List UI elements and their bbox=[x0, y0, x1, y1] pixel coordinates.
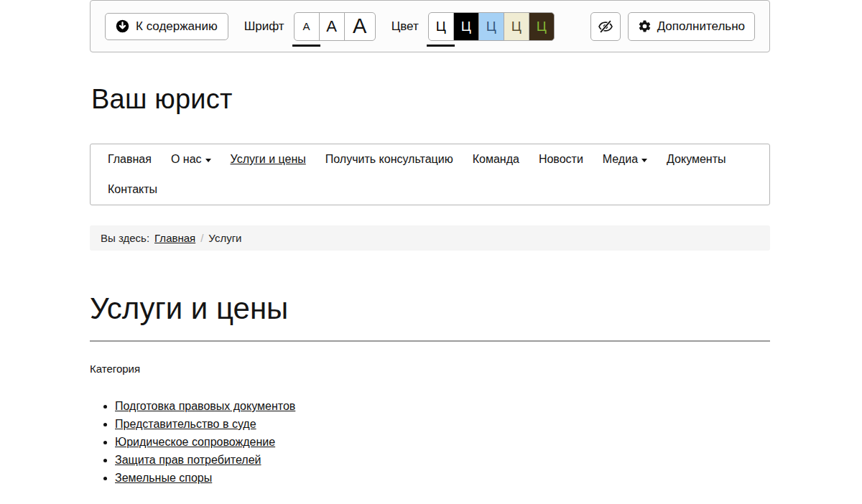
category-list-item: Земельные споры bbox=[115, 469, 770, 487]
nav-item[interactable]: Новости bbox=[539, 144, 583, 174]
category-list-item: Защита прав потребителей bbox=[115, 451, 770, 469]
gear-icon bbox=[638, 19, 652, 33]
nav-link[interactable]: Команда bbox=[473, 153, 519, 166]
main-navigation: Главная О нас Услуги и цены Полу bbox=[90, 144, 770, 205]
nav-item[interactable]: Главная bbox=[108, 144, 152, 174]
category-link[interactable]: Подготовка правовых документов bbox=[115, 400, 295, 412]
nav-link[interactable]: Контакты bbox=[108, 183, 157, 196]
nav-item[interactable]: Команда bbox=[473, 144, 519, 174]
nav-list: Главная О нас Услуги и цены Полу bbox=[108, 144, 752, 205]
to-content-button[interactable]: К содержанию bbox=[105, 13, 228, 40]
nav-item[interactable]: Услуги и цены bbox=[231, 144, 306, 174]
color-scheme-button[interactable]: Ц bbox=[478, 12, 504, 41]
eye-slash-icon bbox=[598, 19, 613, 34]
to-content-label: К содержанию bbox=[136, 19, 218, 34]
category-list-item: Подготовка правовых документов bbox=[115, 397, 770, 415]
nav-link[interactable]: Главная bbox=[108, 153, 152, 166]
font-size-button[interactable]: А bbox=[294, 12, 320, 41]
arrow-circle-down-icon bbox=[116, 19, 129, 33]
color-scheme-button[interactable]: Ц bbox=[428, 12, 454, 41]
category-link[interactable]: Защита прав потребителей bbox=[115, 454, 261, 466]
nav-item[interactable]: Получить консультацию bbox=[325, 144, 453, 174]
font-size-button[interactable]: А bbox=[319, 12, 345, 41]
page: К содержанию Шрифт А А А Цвет Ц Ц bbox=[0, 0, 862, 504]
chevron-down-icon bbox=[205, 159, 211, 162]
nav-item[interactable]: Документы bbox=[667, 144, 726, 174]
nav-link[interactable]: Услуги и цены bbox=[231, 153, 306, 166]
breadcrumb-home-link[interactable]: Главная bbox=[154, 232, 195, 244]
font-label: Шрифт bbox=[244, 19, 284, 34]
color-scheme-group: Ц Ц Ц Ц Ц bbox=[428, 12, 555, 41]
accessibility-toolbar: К содержанию Шрифт А А А Цвет Ц Ц bbox=[90, 0, 770, 52]
page-title: Услуги и цены bbox=[90, 291, 770, 326]
title-divider bbox=[90, 340, 770, 342]
site-title: Ваш юрист bbox=[91, 84, 770, 115]
category-link[interactable]: Земельные споры bbox=[115, 472, 212, 484]
nav-link[interactable]: Новости bbox=[539, 153, 583, 166]
breadcrumb-prefix: Вы здесь: bbox=[101, 232, 149, 244]
breadcrumb: Вы здесь: Главная / Услуги bbox=[90, 225, 770, 251]
category-link[interactable]: Представительство в суде bbox=[115, 418, 256, 430]
category-list-item: Представительство в суде bbox=[115, 415, 770, 433]
font-size-button[interactable]: А bbox=[344, 12, 376, 41]
nav-item[interactable]: О нас bbox=[171, 144, 211, 174]
more-options-button[interactable]: Дополнительно bbox=[628, 12, 755, 41]
nav-item[interactable]: Контакты bbox=[108, 174, 157, 205]
color-label: Цвет bbox=[391, 19, 419, 34]
hide-panel-button[interactable] bbox=[590, 12, 621, 41]
nav-link[interactable]: Получить консультацию bbox=[325, 153, 453, 166]
color-scheme-button[interactable]: Ц bbox=[504, 12, 529, 41]
color-scheme-button[interactable]: Ц bbox=[529, 12, 555, 41]
more-options-label: Дополнительно bbox=[657, 19, 745, 34]
chevron-down-icon bbox=[641, 159, 647, 162]
font-size-group: А А А bbox=[294, 12, 376, 41]
category-label: Категория bbox=[90, 363, 770, 375]
nav-link[interactable]: О нас bbox=[171, 153, 202, 166]
breadcrumb-current: Услуги bbox=[208, 232, 241, 244]
nav-item[interactable]: Медиа bbox=[603, 144, 647, 174]
color-scheme-button[interactable]: Ц bbox=[453, 12, 479, 41]
category-list-item: Юридическое сопровождение bbox=[115, 433, 770, 451]
breadcrumb-separator: / bbox=[200, 232, 203, 244]
category-list: Подготовка правовых документов Представи… bbox=[90, 397, 770, 487]
nav-link[interactable]: Документы bbox=[667, 153, 726, 166]
category-link[interactable]: Юридическое сопровождение bbox=[115, 436, 275, 448]
nav-link[interactable]: Медиа bbox=[603, 153, 638, 166]
